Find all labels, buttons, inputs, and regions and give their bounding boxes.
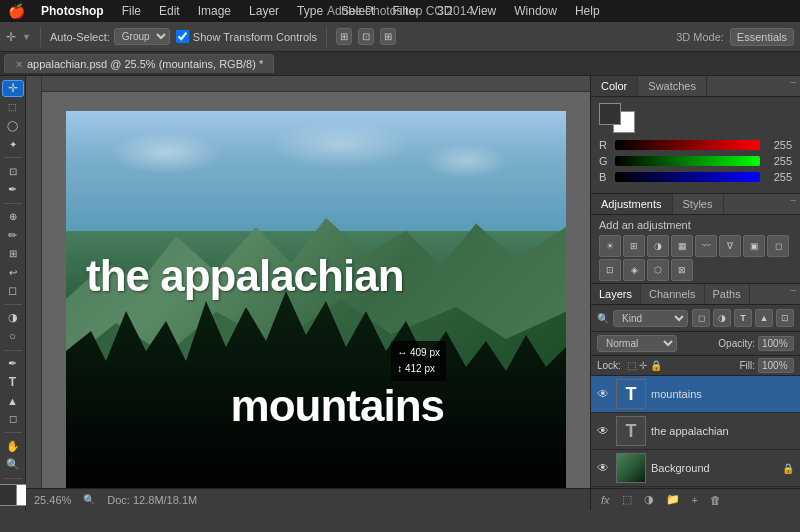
document-tab[interactable]: ✕ appalachian.psd @ 25.5% (mountains, RG… xyxy=(4,54,274,73)
lock-all-icon[interactable]: 🔒 xyxy=(650,360,662,371)
layer-name-mountains[interactable]: mountains xyxy=(651,388,794,400)
layer-kind-select[interactable]: Kind xyxy=(613,310,688,327)
add-mask-btn[interactable]: ⬚ xyxy=(618,491,636,508)
history-brush-btn[interactable]: ↩ xyxy=(2,264,24,280)
zoom-icon[interactable]: 🔍 xyxy=(83,494,95,505)
show-transform-checkbox[interactable] xyxy=(176,30,189,43)
brush-tool-btn[interactable]: ✏ xyxy=(2,227,24,243)
lock-position-icon[interactable]: ✛ xyxy=(639,360,647,371)
menu-type[interactable]: Type xyxy=(289,2,331,20)
colorbalance-adj-btn[interactable]: ▣ xyxy=(743,235,765,257)
layers-collapse-icon[interactable]: – xyxy=(786,284,800,304)
menu-help[interactable]: Help xyxy=(567,2,608,20)
vibrance-adj-btn[interactable]: 〰 xyxy=(695,235,717,257)
layer-name-appalachian[interactable]: the appalachian xyxy=(651,425,794,437)
color-fg-bg[interactable] xyxy=(599,103,635,133)
eraser-btn[interactable]: ◻ xyxy=(2,283,24,299)
new-group-btn[interactable]: 📁 xyxy=(662,491,684,508)
canvas-image[interactable]: the appalachian mountains ↔ 409 px ↕ 412… xyxy=(66,111,566,491)
gradient-adj-btn[interactable]: ◈ xyxy=(623,259,645,281)
layer-visibility-eye-appalachian[interactable]: 👁 xyxy=(597,424,611,438)
text-filter-btn[interactable]: T xyxy=(734,309,752,327)
canvas-content[interactable]: the appalachian mountains ↔ 409 px ↕ 412… xyxy=(42,92,590,510)
essentials-btn[interactable]: Essentials xyxy=(730,28,794,46)
magic-wand-btn[interactable]: ✦ xyxy=(2,136,24,152)
text-mountains[interactable]: mountains xyxy=(231,381,444,431)
text-tool-btn[interactable]: T xyxy=(2,374,24,390)
r-slider[interactable] xyxy=(615,140,760,150)
menu-layer[interactable]: Layer xyxy=(241,2,287,20)
eyedropper-btn[interactable]: ✒ xyxy=(2,182,24,198)
move-tool-btn[interactable]: ✛ xyxy=(2,80,24,97)
tab-adjustments[interactable]: Adjustments xyxy=(591,194,673,214)
color-panel-collapse-icon[interactable]: – xyxy=(786,76,800,96)
brightness-adj-btn[interactable]: ☀ xyxy=(599,235,621,257)
levels-adj-btn[interactable]: ◑ xyxy=(647,235,669,257)
layer-item-mountains[interactable]: 👁 T mountains xyxy=(591,376,800,413)
adjustments-collapse-icon[interactable]: – xyxy=(786,194,800,214)
tab-close-icon[interactable]: ✕ xyxy=(15,59,23,70)
color-fg-box[interactable] xyxy=(599,103,621,125)
hand-tool-btn[interactable]: ✋ xyxy=(2,438,24,454)
select-tool-btn[interactable]: ⬚ xyxy=(2,99,24,115)
opacity-row: Opacity: xyxy=(718,336,794,351)
smart-filter-btn[interactable]: ⊡ xyxy=(776,309,794,327)
fill-input[interactable] xyxy=(758,358,794,373)
lasso-tool-btn[interactable]: ◯ xyxy=(2,117,24,133)
move-tool-icon[interactable]: ✛ xyxy=(6,30,16,44)
new-fill-adj-btn[interactable]: ◑ xyxy=(640,491,658,508)
clone-stamp-btn[interactable]: ⊞ xyxy=(2,246,24,262)
posterize-adj-btn[interactable]: ⬡ xyxy=(647,259,669,281)
menu-photoshop[interactable]: Photoshop xyxy=(33,2,112,20)
lock-pixels-icon[interactable]: ⬚ xyxy=(627,360,636,371)
tab-color[interactable]: Color xyxy=(591,76,638,96)
pixel-filter-btn[interactable]: ◻ xyxy=(692,309,710,327)
tab-channels[interactable]: Channels xyxy=(641,284,704,304)
new-layer-btn[interactable]: + xyxy=(688,492,702,508)
threshold-adj-btn[interactable]: ⊠ xyxy=(671,259,693,281)
menu-window[interactable]: Window xyxy=(506,2,565,20)
pen-tool-btn[interactable]: ✒ xyxy=(2,355,24,371)
exposure-adj-btn[interactable]: ▦ xyxy=(671,235,693,257)
adj-filter-btn[interactable]: ◑ xyxy=(713,309,731,327)
foreground-color-box[interactable] xyxy=(0,484,17,506)
layer-name-background[interactable]: Background xyxy=(651,462,777,474)
path-select-btn[interactable]: ▲ xyxy=(2,392,24,408)
text-appalachian[interactable]: the appalachian xyxy=(86,251,404,301)
g-slider[interactable] xyxy=(615,156,760,166)
hsl-adj-btn[interactable]: ∇ xyxy=(719,235,741,257)
layer-visibility-eye-mountains[interactable]: 👁 xyxy=(597,387,611,401)
layer-item-background[interactable]: 👁 Background 🔒 xyxy=(591,450,800,487)
layer-visibility-eye-background[interactable]: 👁 xyxy=(597,461,611,475)
shape-tool-btn[interactable]: ◻ xyxy=(2,411,24,427)
zoom-tool-btn[interactable]: 🔍 xyxy=(2,456,24,472)
tab-swatches[interactable]: Swatches xyxy=(638,76,707,96)
crop-tool-btn[interactable]: ⊡ xyxy=(2,163,24,179)
opacity-input[interactable] xyxy=(758,336,794,351)
align-right-icon[interactable]: ⊞ xyxy=(380,28,396,45)
align-center-icon[interactable]: ⊡ xyxy=(358,28,374,45)
fx-btn[interactable]: fx xyxy=(597,492,614,508)
menu-file[interactable]: File xyxy=(114,2,149,20)
curves-adj-btn[interactable]: ⊞ xyxy=(623,235,645,257)
app-title: Adobe Photoshop CC 2014 xyxy=(327,4,473,18)
tab-paths[interactable]: Paths xyxy=(705,284,750,304)
tab-layers[interactable]: Layers xyxy=(591,284,641,304)
menu-image[interactable]: Image xyxy=(190,2,239,20)
layer-item-appalachian[interactable]: 👁 T the appalachian xyxy=(591,413,800,450)
dodge-tool-btn[interactable]: ○ xyxy=(2,328,24,344)
delete-layer-btn[interactable]: 🗑 xyxy=(706,492,725,508)
canvas-area[interactable]: the appalachian mountains ↔ 409 px ↕ 412… xyxy=(26,76,590,510)
tab-styles[interactable]: Styles xyxy=(673,194,724,214)
align-left-icon[interactable]: ⊞ xyxy=(336,28,352,45)
menu-edit[interactable]: Edit xyxy=(151,2,188,20)
b-slider[interactable] xyxy=(615,172,760,182)
auto-select-dropdown[interactable]: Group xyxy=(114,28,170,45)
shape-filter-btn[interactable]: ▲ xyxy=(755,309,773,327)
healing-brush-btn[interactable]: ⊕ xyxy=(2,209,24,225)
blur-tool-btn[interactable]: ◑ xyxy=(2,310,24,326)
apple-logo-icon[interactable]: 🍎 xyxy=(8,3,25,19)
photofilter-adj-btn[interactable]: ◻ xyxy=(767,235,789,257)
blend-mode-select[interactable]: Normal xyxy=(597,335,677,352)
channelmix-adj-btn[interactable]: ⊡ xyxy=(599,259,621,281)
